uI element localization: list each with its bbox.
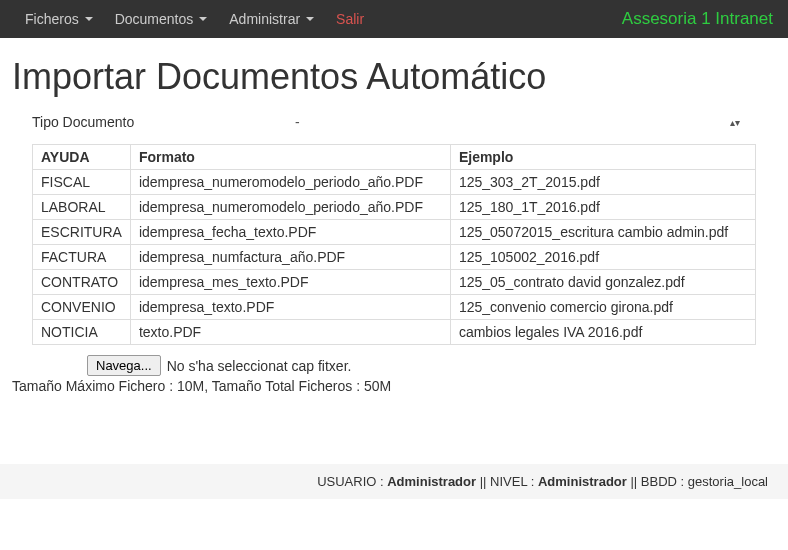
tipo-documento-row: Tipo Documento - ▴▾ xyxy=(12,110,776,134)
nav-item-ficheros[interactable]: Ficheros xyxy=(15,11,103,27)
nav-label: Salir xyxy=(336,11,364,27)
table-row: ESCRITURAidempresa_fecha_texto.PDF125_05… xyxy=(33,220,756,245)
footer-bbdd-label: BBDD : xyxy=(641,474,688,489)
footer-sep1: || xyxy=(476,474,490,489)
cell-formato: idempresa_texto.PDF xyxy=(130,295,450,320)
page-title: Importar Documentos Automático xyxy=(12,56,776,98)
table-row: LABORALidempresa_numeromodelo_periodo_añ… xyxy=(33,195,756,220)
footer-usuario-label: USUARIO : xyxy=(317,474,387,489)
footer: USUARIO : Administrador || NIVEL : Admin… xyxy=(0,464,788,499)
file-status: No s'ha seleccionat cap fitxer. xyxy=(167,358,352,374)
cell-ejemplo: 125_303_2T_2015.pdf xyxy=(450,170,755,195)
footer-nivel-label: NIVEL : xyxy=(490,474,538,489)
help-table: AYUDA Formato Ejemplo FISCALidempresa_nu… xyxy=(32,144,756,345)
footer-bbdd-value: gestoria_local xyxy=(688,474,768,489)
cell-formato: idempresa_mes_texto.PDF xyxy=(130,270,450,295)
navbar: FicherosDocumentosAdministrarSalir Asses… xyxy=(0,0,788,38)
cell-ejemplo: cambios legales IVA 2016.pdf xyxy=(450,320,755,345)
main-container: Importar Documentos Automático Tipo Docu… xyxy=(0,38,788,394)
cell-ayuda: CONTRATO xyxy=(33,270,131,295)
tipo-documento-select[interactable]: - xyxy=(287,110,746,134)
footer-nivel-value: Administrador xyxy=(538,474,627,489)
caret-down-icon xyxy=(306,17,314,21)
nav-item-administrar[interactable]: Administrar xyxy=(219,11,324,27)
caret-down-icon xyxy=(199,17,207,21)
cell-ejemplo: 125_05_contrato david gonzalez.pdf xyxy=(450,270,755,295)
cell-formato: texto.PDF xyxy=(130,320,450,345)
cell-ejemplo: 125_convenio comercio girona.pdf xyxy=(450,295,755,320)
cell-ayuda: FACTURA xyxy=(33,245,131,270)
nav-item-documentos[interactable]: Documentos xyxy=(105,11,218,27)
footer-usuario-value: Administrador xyxy=(387,474,476,489)
table-row: CONTRATOidempresa_mes_texto.PDF125_05_co… xyxy=(33,270,756,295)
table-row: FISCALidempresa_numeromodelo_periodo_año… xyxy=(33,170,756,195)
col-formato: Formato xyxy=(130,145,450,170)
nav-label: Ficheros xyxy=(25,11,79,27)
table-row: NOTICIAtexto.PDFcambios legales IVA 2016… xyxy=(33,320,756,345)
brand: Assesoria 1 Intranet xyxy=(622,9,773,29)
nav-label: Administrar xyxy=(229,11,300,27)
footer-sep2: || xyxy=(627,474,641,489)
cell-ayuda: LABORAL xyxy=(33,195,131,220)
cell-formato: idempresa_fecha_texto.PDF xyxy=(130,220,450,245)
tipo-documento-select-wrap: - ▴▾ xyxy=(287,110,746,134)
cell-ayuda: CONVENIO xyxy=(33,295,131,320)
table-row: CONVENIOidempresa_texto.PDF125_convenio … xyxy=(33,295,756,320)
cell-ayuda: NOTICIA xyxy=(33,320,131,345)
cell-ejemplo: 125_105002_2016.pdf xyxy=(450,245,755,270)
table-row: FACTURAidempresa_numfactura_año.PDF125_1… xyxy=(33,245,756,270)
cell-formato: idempresa_numeromodelo_periodo_año.PDF xyxy=(130,170,450,195)
cell-ayuda: ESCRITURA xyxy=(33,220,131,245)
caret-down-icon xyxy=(85,17,93,21)
col-ejemplo: Ejemplo xyxy=(450,145,755,170)
nav-item-salir[interactable]: Salir xyxy=(326,11,374,27)
help-table-wrap: AYUDA Formato Ejemplo FISCALidempresa_nu… xyxy=(12,144,776,345)
cell-formato: idempresa_numeromodelo_periodo_año.PDF xyxy=(130,195,450,220)
help-table-body: FISCALidempresa_numeromodelo_periodo_año… xyxy=(33,170,756,345)
cell-ejemplo: 125_05072015_escritura cambio admin.pdf xyxy=(450,220,755,245)
col-ayuda: AYUDA xyxy=(33,145,131,170)
file-upload-row: Navega... No s'ha seleccionat cap fitxer… xyxy=(87,355,776,376)
file-size-info: Tamaño Máximo Fichero : 10M, Tamaño Tota… xyxy=(12,378,776,394)
cell-ejemplo: 125_180_1T_2016.pdf xyxy=(450,195,755,220)
nav-left: FicherosDocumentosAdministrarSalir xyxy=(15,11,374,27)
nav-label: Documentos xyxy=(115,11,194,27)
table-header-row: AYUDA Formato Ejemplo xyxy=(33,145,756,170)
browse-button[interactable]: Navega... xyxy=(87,355,161,376)
tipo-documento-label: Tipo Documento xyxy=(32,114,287,130)
cell-ayuda: FISCAL xyxy=(33,170,131,195)
cell-formato: idempresa_numfactura_año.PDF xyxy=(130,245,450,270)
